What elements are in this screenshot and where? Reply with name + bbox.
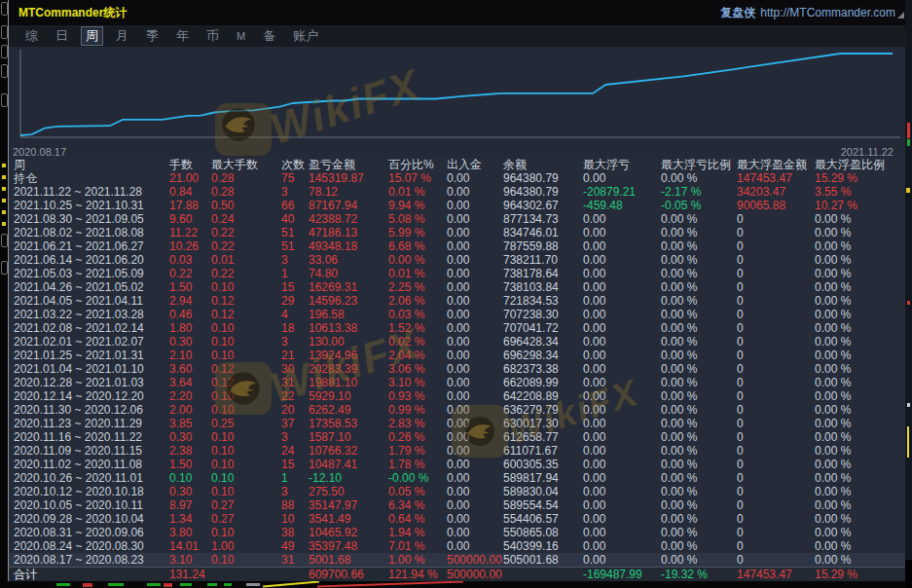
- table-row[interactable]: 2020.12.14 ~ 2020.12.202.200.10225929.10…: [9, 389, 905, 403]
- cell-balance: 540399.16: [503, 539, 583, 553]
- table-row[interactable]: 2020.11.30 ~ 2020.12.062.000.10206262.49…: [9, 403, 905, 417]
- cell-pnl-pct: 1.94 %: [388, 526, 447, 539]
- table-row[interactable]: 2020.08.31 ~ 2020.09.063.800.103810465.9…: [9, 526, 905, 539]
- cell-max-lots: 0.27: [211, 512, 281, 526]
- cell-trades: 22: [281, 389, 309, 403]
- table-row[interactable]: 2021.04.26 ~ 2021.05.021.500.101516269.3…: [9, 280, 905, 294]
- title-bar[interactable]: MTCommander统计 复盘侠http://MTCommander.com: [9, 0, 905, 25]
- table-row[interactable]: 2020.10.05 ~ 2020.10.118.970.278835147.9…: [9, 498, 905, 512]
- menu-item-month[interactable]: 月: [111, 26, 133, 46]
- table-row[interactable]: 持仓21.000.2875145319.8715.07 %0.00964380.…: [9, 171, 905, 185]
- cell-max-float-profit-pct: 0.00 %: [815, 417, 905, 430]
- cell-max-drawdown: 0.00: [583, 349, 661, 362]
- cell-balance: 662089.99: [503, 376, 583, 389]
- cell-period: 2021.02.08 ~ 2021.02.14: [14, 321, 169, 335]
- cell-max-float-profit-pct: 0.00 %: [815, 512, 905, 526]
- table-row[interactable]: 2020.12.28 ~ 2021.01.033.640.123119881.1…: [9, 376, 905, 389]
- brand-link[interactable]: 复盘侠http://MTCommander.com: [720, 5, 895, 21]
- table-row[interactable]: 2020.10.12 ~ 2020.10.180.300.103275.500.…: [9, 485, 905, 498]
- cell-lots: 10.26: [169, 239, 211, 253]
- table-row[interactable]: 2021.06.21 ~ 2021.06.2710.260.225149348.…: [9, 239, 905, 253]
- cell-max-float-profit: 0: [737, 458, 815, 471]
- cell-max-float-profit: 147453.47: [737, 171, 815, 185]
- cell-pnl-pct: 2.83 %: [388, 417, 447, 430]
- cell-balance: 630017.30: [503, 417, 583, 430]
- cell-pnl-pct: 15.07 %: [388, 171, 447, 185]
- background-toolbar-button: [1, 64, 8, 78]
- cell-max-drawdown-pct: 0.00 %: [661, 403, 737, 417]
- menu-item-currency[interactable]: 币: [201, 26, 224, 46]
- cell-balance: 589817.94: [503, 471, 583, 485]
- cell-balance: 余额: [503, 158, 583, 171]
- cell-max-lots: 0.10: [211, 349, 281, 362]
- table-row[interactable]: 2021.08.30 ~ 2021.09.059.600.244042388.7…: [9, 212, 905, 226]
- cell-max-float-profit: 0: [737, 471, 815, 485]
- cell-max-drawdown: 0.00: [583, 226, 661, 239]
- table-row[interactable]: 2021.03.22 ~ 2021.03.280.460.124196.580.…: [9, 308, 905, 321]
- cell-lots: 2.94: [169, 294, 211, 308]
- cell-max-float-profit-pct: 0.00 %: [815, 403, 905, 417]
- table-row[interactable]: 2020.11.16 ~ 2020.11.220.300.1031587.100…: [9, 430, 905, 444]
- menu-item-day[interactable]: 日: [51, 26, 73, 46]
- table-row[interactable]: 2020.11.09 ~ 2020.11.152.380.102410766.3…: [9, 444, 905, 458]
- table-row[interactable]: 2021.06.14 ~ 2021.06.200.030.01333.060.0…: [9, 253, 905, 267]
- cell-deposit: 0.00: [447, 349, 503, 362]
- cell-trades: 51: [281, 226, 309, 239]
- cell-period: 2021.08.02 ~ 2021.08.08: [14, 226, 169, 239]
- resize-grip-icon[interactable]: [897, 12, 904, 18]
- table-row[interactable]: 2021.04.05 ~ 2021.04.112.940.122914596.2…: [9, 294, 905, 308]
- menu-item-week[interactable]: 周: [81, 26, 103, 46]
- table-row[interactable]: 2020.11.02 ~ 2020.11.081.500.101510487.4…: [9, 458, 905, 471]
- menu-item-overview[interactable]: 综: [20, 26, 43, 46]
- table-row[interactable]: 2021.05.03 ~ 2021.05.090.220.22174.800.0…: [9, 267, 905, 280]
- menu-item-account[interactable]: 账户: [288, 26, 323, 46]
- cell-max-float-profit: 0: [737, 526, 815, 539]
- table-row[interactable]: 2021.11.22 ~ 2021.11.280.840.28378.120.0…: [9, 185, 905, 199]
- cell-max-drawdown-pct: 0.00 %: [661, 253, 737, 267]
- table-row[interactable]: 2021.10.25 ~ 2021.10.3117.880.506687167.…: [9, 199, 905, 212]
- cell-max-drawdown: 0.00: [583, 171, 661, 185]
- cell-balance: 738178.64: [503, 267, 583, 280]
- cell-max-drawdown-pct: 0.00 %: [661, 553, 737, 567]
- background-chart-fragment: [147, 583, 161, 586]
- table-row[interactable]: 2021.01.04 ~ 2021.01.103.600.123020283.3…: [9, 362, 905, 376]
- cell-pnl: 16269.31: [309, 280, 388, 294]
- table-row[interactable]: 2020.10.26 ~ 2020.11.010.100.101-12.10-0…: [9, 471, 905, 485]
- cell-balance: 707238.30: [503, 308, 583, 321]
- cell-max-drawdown-pct: 0.00 %: [661, 212, 737, 226]
- table-row[interactable]: 2020.08.24 ~ 2020.08.3014.011.004935397.…: [9, 539, 905, 553]
- menu-item-magic[interactable]: M: [232, 29, 250, 43]
- table-row[interactable]: 2021.02.08 ~ 2021.02.141.800.101810613.3…: [9, 321, 905, 335]
- table-row[interactable]: 2021.02.01 ~ 2021.02.070.300.103130.000.…: [9, 335, 905, 349]
- table-row[interactable]: 2021.01.25 ~ 2021.01.312.100.102113924.9…: [9, 349, 905, 362]
- cell-deposit: 0.00: [447, 444, 503, 458]
- cell-trades: 30: [281, 362, 309, 376]
- table-row[interactable]: 2020.09.28 ~ 2020.10.041.340.27103541.49…: [9, 512, 905, 526]
- table-row[interactable]: 2021.08.02 ~ 2021.08.0811.220.225147186.…: [9, 226, 905, 239]
- cell-max-drawdown-pct: -19.32 %: [661, 568, 737, 581]
- background-text-fragment: [2, 164, 6, 167]
- table-row[interactable]: 2020.11.23 ~ 2020.11.293.850.253717358.5…: [9, 417, 905, 430]
- cell-balance: 600305.35: [503, 458, 583, 471]
- table-row[interactable]: 2020.08.17 ~ 2020.08.233.100.10315001.68…: [9, 553, 905, 567]
- menu-item-year[interactable]: 年: [171, 26, 194, 46]
- cell-max-drawdown-pct: 0.00 %: [661, 294, 737, 308]
- background-chart-fragment: [263, 580, 319, 587]
- cell-trades: 75: [281, 171, 309, 185]
- cell-pnl-pct: 3.10 %: [388, 376, 447, 389]
- cell-trades: 20: [281, 403, 309, 417]
- cell-max-float-profit: 0: [737, 335, 815, 349]
- cell-lots: 2.10: [169, 349, 211, 362]
- cell-trades: 51: [281, 239, 309, 253]
- cell-period: 2020.08.24 ~ 2020.08.30: [14, 539, 169, 553]
- menu-item-note[interactable]: 备: [258, 26, 280, 46]
- menu-item-quarter[interactable]: 季: [141, 26, 164, 46]
- cell-period: 2021.04.05 ~ 2021.04.11: [14, 294, 169, 308]
- cell-max-float-profit: 147453.47: [737, 568, 815, 581]
- cell-deposit: 0.00: [447, 239, 503, 253]
- background-chart-fragment: [164, 583, 172, 587]
- cell-max-float-profit-pct: 0.00 %: [815, 430, 905, 444]
- cell-max-float-profit: 0: [737, 498, 815, 512]
- cell-deposit: 0.00: [447, 294, 503, 308]
- cell-max-float-profit: 0: [737, 308, 815, 321]
